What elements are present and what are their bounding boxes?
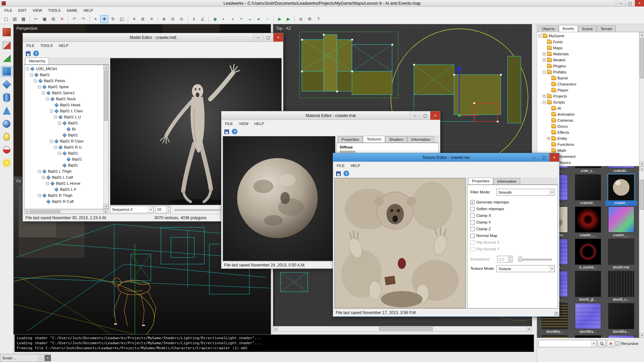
create-point-light[interactable]	[1, 131, 12, 142]
tree-item-bip01[interactable]: −Bip01	[24, 120, 103, 126]
tree-item-bip01-l-horse[interactable]: −Bip01 L Horse	[24, 180, 103, 186]
expand-toggle-icon[interactable]: −	[34, 79, 37, 82]
tree-item-materials[interactable]: +Materials	[537, 51, 639, 57]
scroll-left-icon[interactable]	[273, 326, 278, 331]
tree-item-projects[interactable]: +Projects	[537, 93, 639, 99]
asset-thumbnail[interactable]: doorlit.mat	[604, 238, 638, 270]
screenshot-button[interactable]: ◘	[297, 15, 305, 23]
menu-file[interactable]: FILE	[23, 43, 37, 49]
checkbox-box[interactable]	[470, 214, 475, 218]
texture-editor-titlebar[interactable]: Texture Editor - crawler.tex –▢×	[333, 153, 559, 162]
thumbnail-grid-scrollbar[interactable]	[639, 166, 644, 338]
asset-thumbnail[interactable]: doorlitfra...	[571, 302, 604, 335]
asset-thumbnail[interactable]: crate_s...	[571, 166, 604, 174]
zoom-out-button[interactable]: ⊖	[169, 15, 177, 23]
menu-game[interactable]: GAME	[64, 7, 80, 13]
expand-toggle-icon[interactable]: −	[38, 170, 41, 173]
tab-textures[interactable]: Textures	[363, 136, 385, 142]
expand-toggle-icon[interactable]: +	[543, 95, 546, 98]
expand-toggle-icon[interactable]: −	[42, 176, 45, 179]
tree-item-bip01-neck[interactable]: −Bip01 Neck	[24, 96, 103, 102]
asset-thumbnail[interactable]	[604, 335, 638, 338]
save-button[interactable]	[335, 170, 342, 177]
align-left-button[interactable]: ≡	[130, 15, 138, 23]
tree-item-bi[interactable]: Bi	[24, 126, 103, 132]
help-button[interactable]: ?	[33, 51, 39, 56]
tree-item-bip01[interactable]: Bip01	[24, 156, 103, 162]
scroll-thumb[interactable]	[104, 70, 108, 121]
tree-item-bip01-l-clavi[interactable]: −Bip01 L Clavi	[24, 108, 103, 114]
create-directional-light[interactable]	[1, 158, 12, 168]
tree-item-prefabs[interactable]: −Prefabs	[537, 69, 639, 75]
scroll-thumb[interactable]	[640, 180, 644, 210]
nav-back-button[interactable]: ○	[263, 15, 271, 23]
tab-scene[interactable]: Scene	[578, 25, 597, 32]
paste-button[interactable]: ⊞	[49, 15, 57, 23]
tree-item-bip01-l-u[interactable]: −Bip01 L U	[24, 114, 103, 120]
redo-button[interactable]: ↷	[79, 15, 87, 23]
create-brush[interactable]	[1, 40, 12, 51]
menu-help[interactable]: HELP	[251, 121, 267, 127]
checkbox-normal-map[interactable]: Normal Map	[470, 233, 509, 238]
expand-toggle-icon[interactable]: −	[538, 35, 541, 38]
expand-toggle-icon[interactable]: −	[38, 85, 41, 88]
asset-thumbnail[interactable]: crawler_...	[571, 206, 604, 238]
tree-item-bip01[interactable]: −Bip01	[24, 72, 103, 78]
scroll-thumb[interactable]	[640, 38, 644, 78]
scroll-right-icon[interactable]	[527, 326, 532, 331]
menu-view[interactable]: VIEW	[30, 7, 45, 13]
tree-item-bip01-head[interactable]: Bip01 Head	[24, 102, 103, 108]
tree-item-bip01-r-clavi[interactable]: −Bip01 R Clavi	[24, 138, 103, 144]
create-cylinder[interactable]	[1, 92, 12, 103]
scroll-up-icon[interactable]	[639, 166, 644, 171]
tree-item-bip01-r-u[interactable]: −Bip01 R U	[24, 144, 103, 150]
tab-properties[interactable]: Properties	[468, 178, 493, 184]
expand-toggle-icon[interactable]: −	[50, 140, 53, 143]
expand-toggle-icon[interactable]: +	[543, 59, 546, 62]
nav-up-button[interactable]: ◓	[237, 15, 245, 23]
expand-toggle-icon[interactable]: −	[50, 110, 53, 113]
tree-item-bip01-r-thigh[interactable]: −Bip01 R Thigh	[24, 192, 103, 198]
expand-toggle-icon[interactable]: −	[58, 152, 61, 155]
asset-thumbnail[interactable]	[538, 335, 571, 338]
asset-thumbnail[interactable]: crawler...	[604, 174, 638, 206]
menu-edit[interactable]: EDIT	[15, 7, 30, 13]
tab-information[interactable]: Information	[408, 136, 434, 142]
tree-item-animation[interactable]: Animation	[537, 111, 639, 117]
minimize-button[interactable]: –	[529, 153, 539, 162]
grid-snap-button[interactable]: #	[190, 15, 198, 23]
scroll-thumb[interactable]	[30, 210, 60, 213]
menu-help[interactable]: HELP	[56, 43, 71, 49]
menu-help[interactable]: HELP	[347, 163, 363, 169]
tree-item-maps[interactable]: Maps	[537, 45, 639, 51]
select-tool[interactable]: ⌖	[92, 15, 100, 23]
asset-thumbnail[interactable]: d_eyebal...	[571, 238, 604, 270]
bone-tree-hscrollbar[interactable]	[24, 209, 109, 214]
help-button[interactable]: ?	[232, 129, 237, 134]
tree-item-barrel[interactable]: Barrel	[537, 75, 639, 81]
help-button[interactable]: ?	[343, 171, 349, 176]
zoom-in-button[interactable]: ⊕	[160, 15, 168, 23]
scroll-left-icon[interactable]	[24, 210, 30, 214]
create-box[interactable]	[1, 66, 12, 77]
checkbox-generate-mipmaps[interactable]: ✓Generate mipmaps	[470, 200, 509, 204]
asset-thumbnail[interactable]: crawler_...	[604, 206, 638, 238]
tab-objects[interactable]: Objects	[538, 25, 558, 32]
expand-toggle-icon[interactable]: +	[547, 137, 550, 140]
scroll-right-icon[interactable]	[103, 210, 108, 214]
tree-item-models[interactable]: +Models	[537, 57, 639, 63]
create-emitter[interactable]	[1, 144, 12, 155]
new-button[interactable]: ▢	[2, 15, 10, 23]
minimize-button[interactable]: –	[616, 0, 625, 6]
tab-properties[interactable]: Properties	[338, 136, 363, 142]
menu-view[interactable]: VIEW	[236, 121, 251, 127]
maximize-button[interactable]: ▢	[420, 111, 430, 120]
expand-toggle-icon[interactable]: −	[46, 182, 49, 185]
bone-tree-scrollbar[interactable]	[103, 65, 108, 209]
expand-toggle-icon[interactable]: −	[38, 194, 41, 197]
checkbox-clamp-y[interactable]: Clamp Y	[470, 220, 509, 225]
tree-item-bip01-r-calf[interactable]: Bip01 R Calf	[24, 198, 103, 204]
save-button[interactable]	[24, 50, 32, 57]
checkbox-box[interactable]	[470, 227, 475, 231]
tree-item-bip01[interactable]: Bip01	[24, 162, 103, 168]
